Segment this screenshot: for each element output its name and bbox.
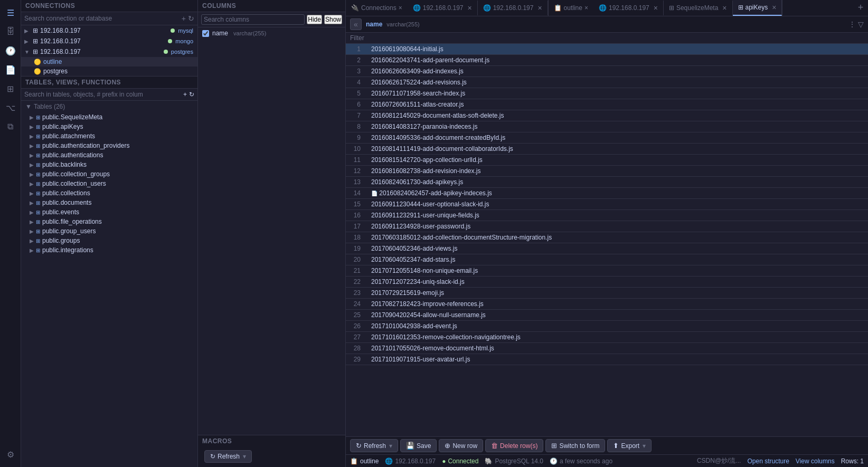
table-row[interactable]: ▶ ⊞ public.authentication_providers — [21, 141, 197, 150]
save-toolbar-button[interactable]: 💾 Save — [400, 439, 437, 452]
sidebar-icon-filter[interactable]: ⌥ — [2, 99, 19, 116]
refresh-tables-icon[interactable]: ↻ — [189, 91, 194, 98]
table-row[interactable]: 2820171017055026-remove-document-html.js — [346, 343, 868, 354]
close-tab-icon[interactable]: × — [722, 4, 727, 12]
sidebar-icon-layers[interactable]: ⧉ — [2, 118, 19, 135]
add-table-icon[interactable]: + — [183, 91, 187, 98]
tables-group-header[interactable]: ▼ Tables (26) — [21, 101, 197, 112]
table-row[interactable]: 520160711071958-search-index.js — [346, 88, 868, 99]
switch-form-toolbar-button[interactable]: ⊞ Switch to form — [545, 439, 605, 452]
table-row[interactable]: ▶ ⊞ public.collections — [21, 188, 197, 198]
show-columns-button[interactable]: Show — [324, 15, 342, 24]
table-row[interactable]: ▶ ⊞ public.authentications — [21, 150, 197, 160]
table-row[interactable]: 720160812145029-document-atlas-soft-dele… — [346, 110, 868, 121]
open-structure-button[interactable]: Open structure — [747, 458, 789, 465]
refresh-button[interactable]: ↻ Refresh ▾ — [204, 450, 252, 463]
connections-search-input[interactable] — [24, 15, 180, 22]
close-tab-icon[interactable]: × — [772, 3, 776, 12]
tab-192-3[interactable]: 🌐 192.168.0.197 × — [593, 1, 664, 15]
table-row[interactable]: 2920171019071915-user-avatar-url.js — [346, 354, 868, 365]
close-tab-icon[interactable]: × — [654, 4, 658, 12]
table-row[interactable]: ▶ ⊞ public.backlinks — [21, 160, 197, 169]
table-row[interactable]: 920160814095336-add-document-createdById… — [346, 132, 868, 144]
table-row[interactable]: 1120160815142720-app-collection-urlId.js — [346, 155, 868, 166]
delete-row-toolbar-button[interactable]: 🗑 Delete row(s) — [485, 439, 543, 452]
close-connections-tab-icon[interactable]: × — [399, 4, 402, 12]
refresh-connections-icon[interactable]: ↻ — [188, 14, 194, 23]
table-row[interactable]: ▶ ⊞ public.collection_users — [21, 179, 197, 188]
add-tab-button[interactable]: + — [853, 0, 868, 15]
table-row[interactable]: 320160626063409-add-indexes.js — [346, 66, 868, 77]
table-row[interactable]: 420160626175224-add-revisions.js — [346, 77, 868, 88]
tables-search-input[interactable] — [24, 91, 181, 98]
table-row[interactable]: ▶ ⊞ public.group_users — [21, 226, 197, 236]
table-row[interactable]: 620160726061511-atlas-creator.js — [346, 99, 868, 110]
table-row[interactable]: 1020160814111419-add-document-collaborat… — [346, 144, 868, 155]
refresh-toolbar-button[interactable]: ↻ Refresh ▾ — [350, 439, 398, 452]
sidebar-icon-hamburger[interactable]: ☰ — [2, 4, 19, 21]
table-row[interactable]: 2420170827182423-improve-references.js — [346, 299, 868, 310]
new-row-toolbar-button[interactable]: ⊕ New row — [439, 439, 483, 452]
table-row[interactable]: 2120170712055148-non-unique-email.js — [346, 265, 868, 277]
table-row[interactable]: 1320160824061730-add-apikeys.js — [346, 177, 868, 188]
table-row[interactable]: ▶ ⊞ public.events — [21, 207, 197, 217]
table-row[interactable]: 14📄 20160824062457-add-apikey-indeces.js — [346, 188, 868, 199]
table-row[interactable]: 2520170904202454-allow-null-username.js — [346, 310, 868, 321]
db-outline[interactable]: 🟡 outline — [21, 57, 197, 66]
column-checkbox-name[interactable] — [202, 30, 209, 37]
table-row[interactable]: 1720160911234928-user-password.js — [346, 221, 868, 232]
table-row[interactable]: 2620171010042938-add-event.js — [346, 321, 868, 332]
tab-apikeys[interactable]: ⊞ apiKeys × — [733, 0, 782, 16]
table-row[interactable]: ▶ ⊞ public.documents — [21, 198, 197, 207]
connection-item-mysql[interactable]: ▶ ⊞ 192.168.0.197 mysql — [21, 25, 197, 36]
add-connection-icon[interactable]: + — [182, 14, 186, 23]
column-item-name[interactable]: name varchar(255) — [198, 27, 345, 39]
sidebar-icon-document[interactable]: 📄 — [2, 61, 19, 78]
filter-input[interactable] — [350, 34, 864, 42]
bottom-toolbar: ↻ Refresh ▾ 💾 Save ⊕ New row 🗑 Delete ro… — [346, 436, 868, 454]
table-row[interactable]: 120160619080644-initial.js — [346, 44, 868, 55]
table-row[interactable]: ▶ ⊞ public.collection_groups — [21, 169, 197, 179]
close-outline-tab-icon[interactable]: × — [584, 4, 588, 12]
tab-connections-label[interactable]: 🔌 Connections × — [346, 2, 408, 14]
hide-columns-button[interactable]: Hide — [307, 15, 322, 24]
table-tab-icon: ⊞ — [738, 4, 743, 11]
table-row[interactable]: 1520160911230444-user-optional-slack-id.… — [346, 199, 868, 210]
sidebar-icon-clock[interactable]: 🕐 — [2, 42, 19, 59]
columns-search-input[interactable] — [201, 14, 305, 25]
table-row[interactable]: ▶ ⊞ public.groups — [21, 236, 197, 245]
table-row[interactable]: 220160622043741-add-parent-document.js — [346, 55, 868, 66]
table-row[interactable]: 1620160911232911-user-unique-fields.js — [346, 210, 868, 221]
table-row[interactable]: ▶ ⊞ public.apiKeys — [21, 122, 197, 131]
tab-sequelize-meta[interactable]: ⊞ SequelizeMeta × — [664, 1, 733, 15]
sidebar-icon-database[interactable]: 🗄 — [2, 23, 19, 40]
table-row[interactable]: ▶ ⊞ public.file_operations — [21, 217, 197, 226]
table-row[interactable]: 2020170604052347-add-stars.js — [346, 254, 868, 265]
table-row[interactable]: 2720171016012353-remove-collection-navig… — [346, 332, 868, 343]
table-row[interactable]: ▶ ⊞ public.integrations — [21, 245, 197, 255]
tab-192-1[interactable]: 🌐 192.168.0.197 × — [408, 1, 478, 15]
connection-item-postgres[interactable]: ▼ ⊞ 192.168.0.197 postgres — [21, 46, 197, 57]
table-row[interactable]: 2220170712072234-uniq-slack-id.js — [346, 277, 868, 288]
col-options-button[interactable]: ⋮ — [848, 20, 856, 28]
export-toolbar-button[interactable]: ⬆ Export ▾ — [607, 439, 652, 452]
status-db-icon: 📋 — [350, 458, 358, 465]
close-tab-icon[interactable]: × — [467, 4, 471, 12]
table-row[interactable]: 820160814083127-paranoia-indeces.js — [346, 121, 868, 132]
table-row[interactable]: 1920170604052346-add-views.js — [346, 243, 868, 254]
tab-192-2[interactable]: 🌐 192.168.0.197 × — [478, 1, 548, 15]
view-columns-button[interactable]: View columns — [796, 458, 835, 465]
col-filter-button[interactable]: ▽ — [858, 20, 864, 28]
db-postgres[interactable]: 🟡 postgres — [21, 66, 197, 76]
collapse-columns-button[interactable]: « — [350, 18, 362, 30]
table-row[interactable]: 1220160816082738-add-revision-index.js — [346, 166, 868, 177]
table-row[interactable]: ▶ ⊞ public.attachments — [21, 131, 197, 141]
tab-outline-label[interactable]: 📋 outline × — [549, 2, 593, 14]
sidebar-icon-settings[interactable]: ⚙ — [2, 446, 19, 463]
table-row[interactable]: 1820170603185012-add-collection-document… — [346, 232, 868, 243]
connection-item-mongo[interactable]: ▶ ⊞ 192.168.0.197 mongo — [21, 36, 197, 46]
sidebar-icon-table[interactable]: ⊞ — [2, 80, 19, 97]
close-tab-icon[interactable]: × — [537, 4, 542, 12]
table-row[interactable]: 2320170729215619-emoji.js — [346, 288, 868, 299]
table-row[interactable]: ▶ ⊞ public.SequelizeMeta — [21, 112, 197, 122]
